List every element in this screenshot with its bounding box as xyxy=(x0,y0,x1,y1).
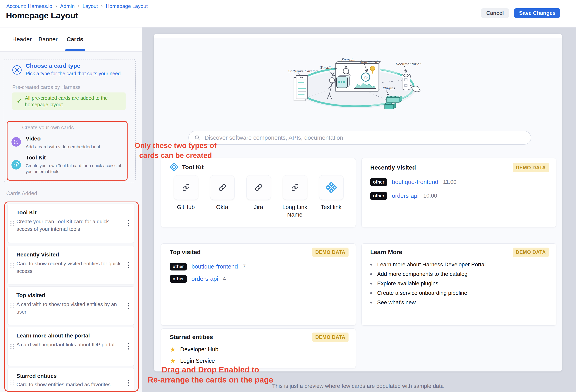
breadcrumb-account[interactable]: Account: Harness.io xyxy=(6,3,52,9)
entity-link[interactable]: boutique-frontend xyxy=(392,179,438,185)
tab-banner[interactable]: Banner xyxy=(38,27,58,51)
choose-card-type-subtitle: Pick a type for the card that suits your… xyxy=(26,71,121,76)
demo-data-badge: DEMO DATA xyxy=(312,332,348,342)
added-card-description: A card with to show top visited entities… xyxy=(16,301,121,316)
page-header: Account: Harness.io › Admin › Layout › H… xyxy=(0,0,576,28)
illustration-label-scorecard: Scorecard xyxy=(360,60,377,64)
toolkit-tile-okta[interactable] xyxy=(210,175,234,200)
plugins-lego xyxy=(385,96,402,109)
entity-link[interactable]: orders-api xyxy=(192,275,218,282)
homepage-preview-region: 75 xyxy=(142,27,576,392)
toolkit-tile-jira[interactable] xyxy=(246,175,271,200)
video-play-icon xyxy=(11,137,21,147)
top-visited-row: other boutique-frontend 7 xyxy=(170,262,246,271)
preview-footer-note: This is just a preview where few cards a… xyxy=(154,383,562,389)
entity-link[interactable]: boutique-frontend xyxy=(192,263,238,270)
toolkit-tile-label: Jira xyxy=(244,203,273,211)
close-circle-icon[interactable] xyxy=(12,65,22,75)
starred-entity-link[interactable]: Login Service xyxy=(180,358,215,364)
added-card-tool-kit[interactable]: Tool Kit Create your own Tool Kit card f… xyxy=(7,204,134,243)
breadcrumb-homepage-layout[interactable]: Homepage Layout xyxy=(106,3,147,9)
tab-header[interactable]: Header xyxy=(12,27,31,51)
chevron-right-icon: › xyxy=(56,3,57,9)
demo-data-badge: DEMO DATA xyxy=(513,163,549,172)
kebab-menu-icon[interactable] xyxy=(127,301,131,311)
drag-handle-icon[interactable] xyxy=(10,381,14,386)
breadcrumb-admin[interactable]: Admin xyxy=(60,3,75,9)
added-card-learn-more[interactable]: Learn more about the portal A card with … xyxy=(7,327,134,366)
search-icon xyxy=(194,135,200,141)
bullet-icon xyxy=(370,302,372,303)
learn-more-link[interactable]: Learn more about Harness Developer Porta… xyxy=(377,261,486,268)
recently-visited-row: other boutique-frontend 11:00 xyxy=(370,177,457,187)
learn-more-item: See what's new xyxy=(370,298,416,307)
added-card-top-visited[interactable]: Top visited A card with to show top visi… xyxy=(7,286,134,325)
precreated-success-banner: ✓ All pre-created cards are added to the… xyxy=(12,92,126,110)
drag-handle-icon[interactable] xyxy=(10,303,14,308)
active-tab-underline xyxy=(65,49,85,51)
toolkit-tile-long-link-name[interactable] xyxy=(283,175,307,200)
discover-search-bar[interactable] xyxy=(188,131,531,145)
added-card-recently-visited[interactable]: Recently Visited Card to show recently v… xyxy=(7,246,134,284)
link-icon xyxy=(11,160,21,170)
recently-visited-title: Recently Visited xyxy=(370,164,416,171)
discover-search-input[interactable] xyxy=(204,134,525,141)
breadcrumb-layout[interactable]: Layout xyxy=(83,3,98,9)
entity-kind-tag: other xyxy=(370,192,387,200)
starred-entity-link[interactable]: Developer Hub xyxy=(180,346,218,353)
learn-more-link[interactable]: Add more components to the catalog xyxy=(377,271,468,277)
cancel-button[interactable]: Cancel xyxy=(481,8,509,18)
added-card-title: Recently Visited xyxy=(16,251,59,258)
added-card-description: Card to show entities marked as favorite… xyxy=(16,381,121,388)
learn-more-item: Add more components to the catalog xyxy=(370,270,468,278)
kebab-menu-icon[interactable] xyxy=(127,218,131,228)
toolkit-option-description: Create your own Tool Kit card for a quic… xyxy=(26,163,125,175)
kebab-menu-icon[interactable] xyxy=(127,342,131,351)
learn-more-item: Explore available plugins xyxy=(370,279,438,288)
toolkit-option[interactable]: Tool Kit xyxy=(26,154,46,161)
added-card-starred-entities[interactable]: Starred entities Card to show entities m… xyxy=(7,368,134,392)
learn-more-link[interactable]: Create a service onboarding pipeline xyxy=(377,290,467,296)
entity-kind-tag: other xyxy=(370,178,387,186)
starred-entities-title: Starred entities xyxy=(170,334,213,340)
homepage-preview-panel: 75 xyxy=(154,33,562,371)
kebab-menu-icon[interactable] xyxy=(127,260,131,270)
added-card-title: Learn more about the portal xyxy=(16,332,90,339)
bullet-icon xyxy=(370,264,372,266)
preview-top-strip xyxy=(154,33,562,38)
illustration-label-software-catalog: Software Catalog xyxy=(288,69,318,73)
entity-link[interactable]: orders-api xyxy=(392,192,419,199)
added-card-description: Card to show recently visited entities f… xyxy=(16,260,121,275)
link-icon xyxy=(219,184,226,191)
bullet-icon xyxy=(370,283,372,285)
toolkit-tile-label: Test link xyxy=(316,203,346,211)
bullet-icon xyxy=(370,273,372,275)
toolkit-tile-test-link[interactable] xyxy=(319,175,344,200)
illustration-label-documentation: Documentation xyxy=(395,62,421,66)
demo-data-badge: DEMO DATA xyxy=(513,247,549,257)
drag-handle-icon[interactable] xyxy=(10,221,14,226)
drag-handle-icon[interactable] xyxy=(10,344,14,349)
software-catalog-doc xyxy=(294,75,308,101)
learn-more-item: Learn more about Harness Developer Porta… xyxy=(370,260,486,269)
create-own-cards-label: Create your own cards xyxy=(22,124,74,131)
video-option-description: Add a card with video embedded in it xyxy=(26,144,124,150)
entity-time: 11:00 xyxy=(443,179,457,185)
learn-more-link[interactable]: Explore available plugins xyxy=(377,280,438,287)
preview-card-tool-kit: Tool Kit GitHub Okta xyxy=(161,158,356,227)
developer-portal-illustration: 75 xyxy=(276,53,438,115)
video-option[interactable]: Video xyxy=(26,136,41,142)
tab-cards[interactable]: Cards xyxy=(66,27,83,51)
toolkit-tile-github[interactable] xyxy=(174,175,198,200)
recently-visited-row: other orders-api 10:00 xyxy=(370,191,437,201)
harness-diamond-icon xyxy=(326,182,337,193)
added-card-title: Top visited xyxy=(16,292,45,299)
breadcrumb: Account: Harness.io › Admin › Layout › H… xyxy=(6,3,148,9)
save-changes-button[interactable]: Save Changes xyxy=(514,8,560,18)
kebab-menu-icon[interactable] xyxy=(127,378,131,388)
choose-card-type-title: Choose a card type xyxy=(26,62,80,69)
learn-more-link[interactable]: See what's new xyxy=(377,299,416,306)
drag-handle-icon[interactable] xyxy=(10,263,14,268)
chevron-right-icon: › xyxy=(101,3,103,9)
cards-added-label: Cards Added xyxy=(6,190,37,197)
